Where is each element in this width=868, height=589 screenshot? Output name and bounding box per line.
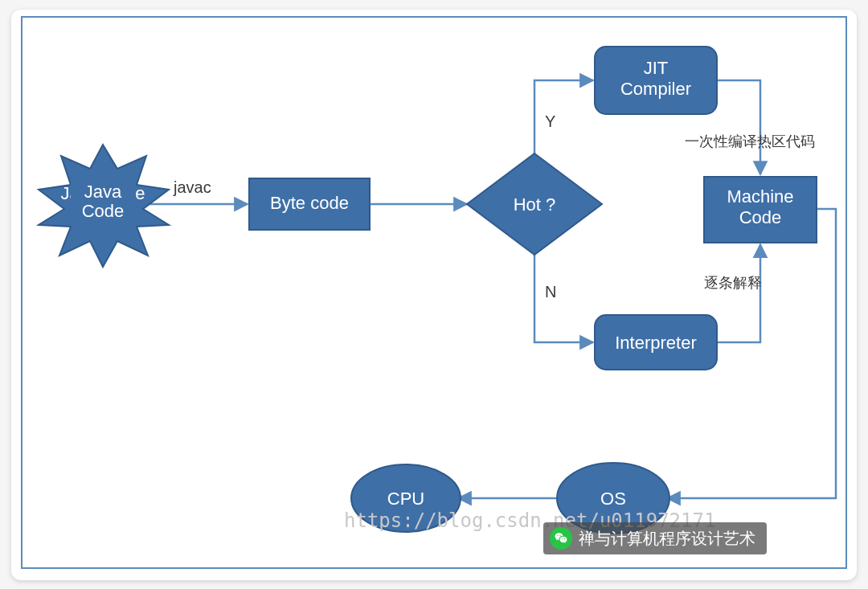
footer-text: 禅与计算机程序设计艺术 xyxy=(579,528,755,550)
machine-label-1: Machine xyxy=(727,186,793,207)
yes-label: Y xyxy=(545,112,555,130)
svg-text:Java: Java xyxy=(84,182,122,202)
jit-label-2: Compiler xyxy=(620,79,691,99)
hot-label: Hot ? xyxy=(514,194,556,215)
machine-code-node: Machine Code xyxy=(704,177,817,243)
svg-text:Code: Code xyxy=(82,201,125,221)
byte-code-node: Byte code xyxy=(249,178,370,230)
interpreter-node: Interpreter xyxy=(595,315,717,370)
os-label: OS xyxy=(600,489,626,509)
jit-compiler-node: JIT Compiler xyxy=(595,47,717,114)
javac-label: javac xyxy=(173,178,211,196)
machine-label-2: Code xyxy=(739,207,782,227)
wechat-attribution: 禅与计算机程序设计艺术 xyxy=(543,522,767,554)
jit-label-1: JIT xyxy=(644,58,669,78)
diagram-svg: Java Code Java Code Byte code Hot ? xyxy=(23,18,849,567)
diagram-frame: Java Code Java Code Byte code Hot ? xyxy=(11,10,857,580)
hot-decision-node: Hot ? xyxy=(467,153,602,255)
java-code-text: Java Code xyxy=(71,182,135,221)
interpreter-label: Interpreter xyxy=(615,333,697,353)
interpret-path-label: 逐条解释 xyxy=(704,275,762,291)
wechat-icon xyxy=(550,527,572,550)
diagram-border: Java Code Java Code Byte code Hot ? xyxy=(21,16,847,569)
no-label: N xyxy=(545,283,556,301)
cpu-label: CPU xyxy=(387,489,424,509)
byte-code-label: Byte code xyxy=(270,193,349,213)
compile-path-label: 一次性编译热区代码 xyxy=(685,133,815,149)
